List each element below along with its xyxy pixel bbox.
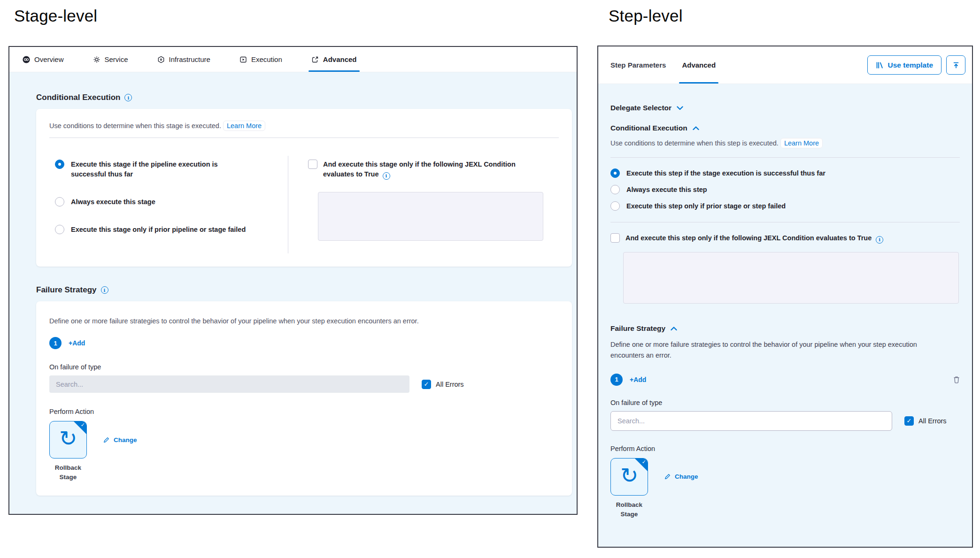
tab-label: Step Parameters xyxy=(610,61,666,69)
failure-type-row: ✓ All Errors xyxy=(49,375,559,393)
change-action-link[interactable]: Change xyxy=(103,436,137,443)
tab-label: Service xyxy=(105,55,128,63)
tab-infrastructure[interactable]: Infrastructure xyxy=(157,47,210,72)
failure-strategy-heading: Failure Strategy i xyxy=(36,285,577,295)
jexl-checkbox[interactable] xyxy=(308,160,317,169)
action-name-line1: Rollback xyxy=(49,463,87,473)
info-icon[interactable]: i xyxy=(383,172,390,180)
selected-action-name: Rollback Stage xyxy=(49,463,87,482)
perform-action-row: ↻ ✓ Change xyxy=(49,421,559,459)
action-name-line2: Stage xyxy=(610,510,648,519)
section-title: Failure Strategy xyxy=(36,285,97,295)
strategy-1-badge[interactable]: 1 xyxy=(610,374,623,386)
all-errors-option[interactable]: ✓ All Errors xyxy=(422,380,464,389)
conditional-execution-header[interactable]: Conditional Execution xyxy=(610,124,960,132)
tab-label: Advanced xyxy=(682,61,716,69)
tab-label: Infrastructure xyxy=(169,55,210,63)
jexl-label-text: And execute this stage only if the follo… xyxy=(323,161,516,178)
tab-advanced[interactable]: Advanced xyxy=(311,47,357,72)
export-icon xyxy=(311,56,319,63)
change-label: Change xyxy=(114,436,137,443)
stage-panel: Overview Service Infrastructure Executio… xyxy=(8,46,578,515)
selected-check-icon: ✓ xyxy=(81,422,85,428)
step-condition-options: Execute this step if the stage execution… xyxy=(610,168,960,211)
radio-unselected[interactable] xyxy=(55,197,64,206)
divider xyxy=(610,157,960,158)
radio-selected[interactable] xyxy=(55,160,64,169)
add-strategy-button[interactable]: +Add xyxy=(69,339,85,347)
radio-label: Execute this stage only if prior pipelin… xyxy=(71,225,246,235)
info-icon[interactable]: i xyxy=(124,94,132,101)
rollback-stage-tile[interactable]: ↻ ✓ xyxy=(49,421,87,459)
use-template-button[interactable]: Use template xyxy=(867,55,941,75)
conditional-execution-heading: Conditional Execution xyxy=(610,124,687,132)
conditional-execution-heading: Conditional Execution i xyxy=(36,93,577,102)
gear-icon xyxy=(93,56,100,63)
failure-type-search-input[interactable] xyxy=(49,375,409,393)
step-level-title: Step-level xyxy=(609,7,683,25)
failure-strategy-header[interactable]: Failure Strategy xyxy=(610,324,960,333)
tab-label: Execution xyxy=(251,55,282,63)
all-errors-checkbox[interactable]: ✓ xyxy=(904,416,914,426)
radio-execute-if-failed[interactable]: Execute this step only if prior stage or… xyxy=(610,201,960,211)
radio-unselected[interactable] xyxy=(610,201,620,211)
radio-selected[interactable] xyxy=(610,168,620,178)
jexl-condition-textarea[interactable] xyxy=(318,192,543,241)
delegate-selector-heading: Delegate Selector xyxy=(610,104,671,112)
strategy-1-badge[interactable]: 1 xyxy=(49,337,62,349)
strategy-badge-row: 1 +Add xyxy=(610,374,960,386)
tab-execution[interactable]: Execution xyxy=(239,47,282,72)
learn-more-link[interactable]: Learn More xyxy=(223,121,265,131)
stage-jexl-column: And execute this stage only if the follo… xyxy=(288,156,559,253)
info-icon[interactable]: i xyxy=(876,236,883,244)
radio-unselected[interactable] xyxy=(55,225,64,234)
step-panel: Step Parameters Advanced Use template xyxy=(597,46,973,548)
stage-tabbar: Overview Service Infrastructure Executio… xyxy=(9,47,577,72)
change-action-link[interactable]: Change xyxy=(664,473,698,480)
failure-type-search-input[interactable] xyxy=(610,411,892,431)
all-errors-checkbox[interactable]: ✓ xyxy=(422,380,431,389)
tab-label: Advanced xyxy=(323,55,357,63)
delegate-selector-header[interactable]: Delegate Selector xyxy=(610,104,960,112)
tab-service[interactable]: Service xyxy=(93,47,128,72)
jexl-checkbox-row[interactable]: And execute this stage only if the follo… xyxy=(308,160,559,180)
pencil-icon xyxy=(103,436,110,443)
strategy-badge-row: 1 +Add xyxy=(49,337,559,349)
delete-strategy-icon[interactable] xyxy=(953,376,960,383)
radio-unselected[interactable] xyxy=(610,185,620,194)
divider xyxy=(49,138,559,138)
conditional-execution-card: Use conditions to determine when this st… xyxy=(36,109,572,267)
info-icon[interactable]: i xyxy=(101,286,108,294)
radio-label: Execute this stage if the pipeline execu… xyxy=(71,160,227,179)
radio-execute-if-failed[interactable]: Execute this stage only if prior pipelin… xyxy=(55,225,288,235)
failure-strategy-description: Define one or more failure strategies to… xyxy=(49,317,559,325)
learn-more-link[interactable]: Learn More xyxy=(780,138,823,148)
jexl-checkbox-row[interactable]: And execute this step only if the follow… xyxy=(610,233,960,244)
radio-always-execute[interactable]: Always execute this stage xyxy=(55,197,288,207)
radio-execute-if-successful[interactable]: Execute this stage if the pipeline execu… xyxy=(55,160,288,179)
radio-execute-if-successful[interactable]: Execute this step if the stage execution… xyxy=(610,168,960,178)
add-strategy-button[interactable]: +Add xyxy=(630,376,646,383)
step-tab-actions: Use template xyxy=(867,55,965,75)
tab-label: Overview xyxy=(34,55,64,63)
upload-button[interactable] xyxy=(946,55,965,75)
jexl-checkbox[interactable] xyxy=(610,233,620,243)
stage-condition-options: Execute this stage if the pipeline execu… xyxy=(49,156,288,253)
tab-advanced[interactable]: Advanced xyxy=(682,46,716,84)
change-label: Change xyxy=(675,473,698,480)
on-failure-label: On failure of type xyxy=(610,399,960,406)
divider xyxy=(610,222,960,222)
radio-label: Execute this step only if prior stage or… xyxy=(626,201,786,211)
conditional-execution-description: Use conditions to determine when this st… xyxy=(610,139,960,147)
jexl-condition-textarea[interactable] xyxy=(623,252,959,304)
play-icon xyxy=(239,56,247,63)
rollback-stage-tile[interactable]: ↻ ✓ xyxy=(610,458,648,496)
tab-overview[interactable]: Overview xyxy=(23,47,64,72)
tab-step-parameters[interactable]: Step Parameters xyxy=(610,46,666,84)
radio-always-execute[interactable]: Always execute this step xyxy=(610,185,960,195)
failure-strategy-heading: Failure Strategy xyxy=(610,324,665,333)
overview-icon xyxy=(23,56,30,63)
radio-label: Always execute this stage xyxy=(71,197,155,207)
all-errors-option[interactable]: ✓ All Errors xyxy=(904,416,947,426)
stage-panel-body: Conditional Execution i Use conditions t… xyxy=(9,72,577,514)
